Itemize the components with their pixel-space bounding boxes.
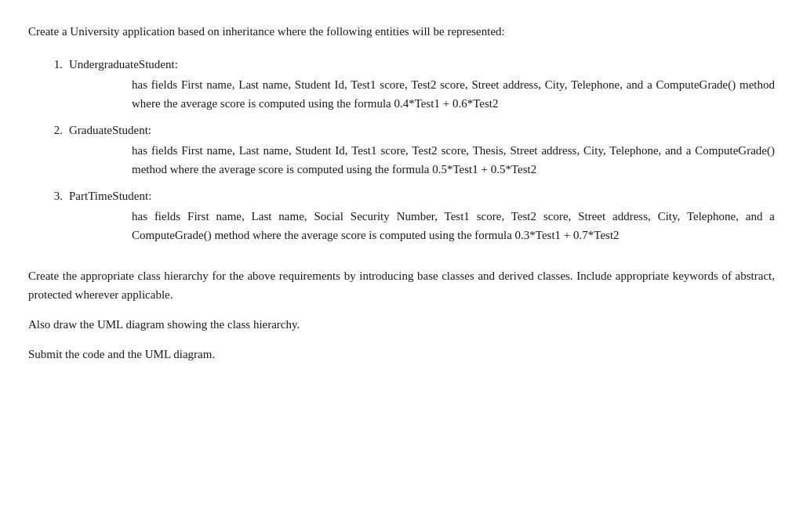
- intro-paragraph: Create a University application based on…: [28, 22, 775, 41]
- list-number-2: 2.: [44, 121, 69, 179]
- class-hierarchy-paragraph: Create the appropriate class hierarchy f…: [28, 266, 775, 304]
- list-item: 3. PartTimeStudent: has fields First nam…: [44, 186, 775, 244]
- list-detail-2: has fields First name, Last name, Studen…: [132, 141, 775, 179]
- list-number-1: 1.: [44, 55, 69, 113]
- list-content-3: PartTimeStudent: has fields First name, …: [69, 186, 775, 244]
- uml-paragraph: Also draw the UML diagram showing the cl…: [28, 315, 775, 334]
- list-title-1: UndergraduateStudent:: [69, 55, 775, 74]
- list-number-3: 3.: [44, 186, 69, 244]
- list-detail-1: has fields First name, Last name, Studen…: [132, 75, 775, 113]
- list-content-2: GraduateStudent: has fields First name, …: [69, 121, 775, 179]
- list-title-2: GraduateStudent:: [69, 121, 775, 139]
- list-content-1: UndergraduateStudent: has fields First n…: [69, 55, 775, 113]
- list-item: 1. UndergraduateStudent: has fields Firs…: [44, 55, 775, 113]
- list-detail-3: has fields First name, Last name, Social…: [132, 207, 775, 244]
- submit-paragraph: Submit the code and the UML diagram.: [28, 345, 775, 364]
- list-title-3: PartTimeStudent:: [69, 186, 775, 205]
- entities-list: 1. UndergraduateStudent: has fields Firs…: [44, 55, 775, 244]
- list-item: 2. GraduateStudent: has fields First nam…: [44, 121, 775, 179]
